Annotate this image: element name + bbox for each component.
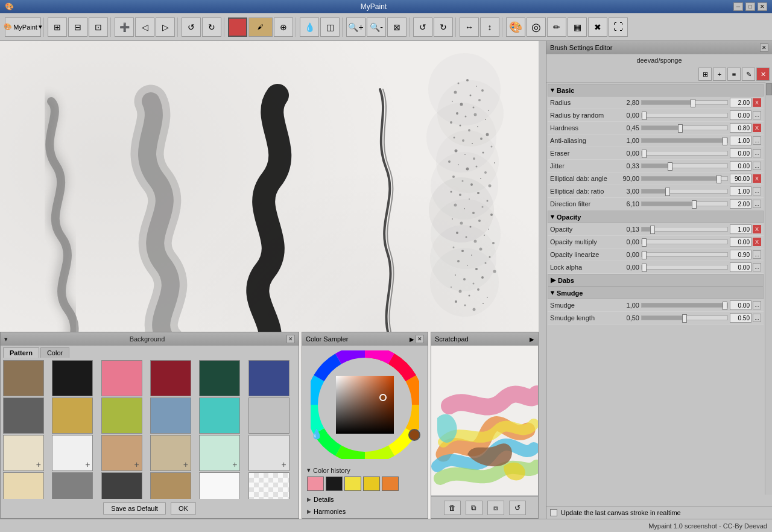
save-button[interactable]: ▷ bbox=[156, 17, 175, 37]
history-swatch-4[interactable] bbox=[363, 477, 380, 491]
new-button[interactable]: ➕ bbox=[115, 17, 134, 37]
bg-swatch-11[interactable] bbox=[199, 397, 240, 434]
harmonies-toggle[interactable]: ▶ Harmonies bbox=[302, 505, 428, 518]
tab-color[interactable]: Color bbox=[40, 347, 69, 358]
smudge-slider[interactable] bbox=[641, 303, 728, 308]
new-window-button[interactable]: ⊞ bbox=[48, 17, 67, 37]
cs-panel-close-button[interactable]: ✕ bbox=[416, 335, 424, 343]
color-history-toggle[interactable]: ▾ Color history bbox=[307, 466, 423, 474]
antialiasing-dots[interactable]: … bbox=[753, 136, 761, 145]
bg-swatch-17[interactable]: + bbox=[199, 435, 240, 471]
radius-input[interactable] bbox=[730, 98, 751, 107]
radius-x-button[interactable]: X bbox=[753, 98, 761, 107]
bs-add-button[interactable]: + bbox=[713, 68, 726, 81]
brush-preview[interactable]: 🖌 bbox=[248, 17, 273, 37]
section-basic-header[interactable]: ▾ Basic bbox=[548, 84, 764, 97]
opacity-multiply-slider[interactable] bbox=[641, 239, 728, 244]
history-swatch-1[interactable] bbox=[307, 477, 324, 491]
elliptical-angle-input[interactable] bbox=[730, 174, 751, 183]
sp-clear-button[interactable]: 🗑 bbox=[444, 501, 461, 515]
bg-swatch-22[interactable] bbox=[150, 472, 191, 502]
bg-swatch-19[interactable] bbox=[3, 472, 44, 502]
bg-swatch-20[interactable] bbox=[52, 472, 93, 502]
bs-close-button[interactable]: ✕ bbox=[756, 68, 770, 81]
opacity-linearize-handle[interactable] bbox=[642, 251, 647, 259]
opacity-multiply-x-button[interactable]: X bbox=[753, 238, 761, 246]
hardness-x-button[interactable]: X bbox=[753, 124, 761, 132]
section-smudge-header[interactable]: ▾ Smudge bbox=[548, 287, 764, 299]
eraser-dots[interactable]: … bbox=[753, 149, 761, 157]
toggle-view-button[interactable]: ⊡ bbox=[89, 17, 108, 37]
elliptical-angle-handle[interactable] bbox=[717, 175, 721, 183]
bg-swatch-1[interactable] bbox=[3, 360, 44, 396]
elliptical-ratio-slider[interactable] bbox=[641, 189, 728, 194]
bg-swatch-15[interactable]: + bbox=[101, 435, 142, 471]
bs-grid-view-button[interactable]: ⊞ bbox=[698, 68, 712, 81]
bg-swatch-3[interactable] bbox=[101, 360, 142, 396]
bg-swatch-5[interactable] bbox=[199, 360, 240, 396]
antialiasing-handle[interactable] bbox=[723, 137, 727, 145]
smudge-dots[interactable]: … bbox=[753, 301, 761, 309]
bg-swatch-6[interactable] bbox=[248, 360, 290, 396]
radius-handle[interactable] bbox=[691, 99, 695, 107]
opacity-linearize-input[interactable] bbox=[730, 250, 751, 259]
history-swatch-2[interactable] bbox=[326, 477, 343, 491]
zoom-in-button[interactable]: 🔍+ bbox=[346, 17, 365, 37]
radius-random-input[interactable] bbox=[730, 110, 751, 120]
radius-random-dots[interactable]: … bbox=[753, 111, 761, 119]
bg-swatch-14[interactable]: + bbox=[52, 435, 93, 471]
background-panel-titlebar[interactable]: ▾ Background ✕ bbox=[1, 332, 299, 346]
selected-color-swatch[interactable] bbox=[408, 429, 420, 441]
jitter-handle[interactable] bbox=[668, 162, 672, 171]
close-view-button[interactable]: ✖ bbox=[588, 17, 607, 37]
color-picker-button[interactable]: 💧 bbox=[300, 17, 319, 37]
scratchpad-canvas[interactable] bbox=[431, 346, 538, 495]
radius-random-handle[interactable] bbox=[642, 112, 647, 120]
hardness-handle[interactable] bbox=[678, 124, 683, 133]
elliptical-ratio-input[interactable] bbox=[730, 186, 751, 196]
bg-panel-close-button[interactable]: ✕ bbox=[286, 335, 295, 343]
details-toggle[interactable]: ▶ Details bbox=[302, 493, 428, 505]
bs-eraser-button[interactable]: ✎ bbox=[742, 68, 755, 81]
lock-alpha-dots[interactable]: … bbox=[753, 263, 761, 271]
close-button[interactable]: ✕ bbox=[758, 2, 767, 11]
open-button[interactable]: ◁ bbox=[135, 17, 154, 37]
lock-alpha-slider[interactable] bbox=[641, 265, 728, 270]
jitter-slider[interactable] bbox=[641, 163, 728, 168]
brush-settings-titlebar[interactable]: Brush Settings Editor ✕ bbox=[546, 41, 772, 54]
save-default-button[interactable]: Save as Default bbox=[103, 502, 166, 515]
app-menu-button[interactable]: 🎨 MyPaint ▾ bbox=[5, 17, 41, 37]
eraser-slider[interactable] bbox=[641, 151, 728, 156]
undo-button[interactable]: ↺ bbox=[182, 17, 201, 37]
bg-swatch-4[interactable] bbox=[150, 360, 191, 396]
bg-swatch-9[interactable] bbox=[101, 397, 142, 434]
section-opacity-header[interactable]: ▾ Opacity bbox=[548, 211, 764, 223]
direction-filter-handle[interactable] bbox=[692, 200, 697, 209]
bg-swatch-2[interactable] bbox=[52, 360, 93, 396]
bg-swatch-18[interactable]: + bbox=[248, 435, 290, 471]
opacity-x-button[interactable]: X bbox=[753, 225, 761, 233]
bg-swatch-21[interactable] bbox=[101, 472, 142, 502]
eyedropper-icon[interactable]: 💧 bbox=[311, 428, 323, 440]
zoom-out-button[interactable]: 🔍- bbox=[367, 17, 386, 37]
opacity-slider[interactable] bbox=[641, 227, 728, 232]
opacity-multiply-input[interactable] bbox=[730, 237, 751, 247]
fit-width-button[interactable]: ↔ bbox=[460, 17, 479, 37]
color-wheel-container[interactable] bbox=[311, 350, 419, 459]
scratchpad-titlebar[interactable]: Scratchpad ▶ bbox=[431, 332, 538, 346]
redo-button[interactable]: ↻ bbox=[202, 17, 221, 37]
bg-swatch-7[interactable] bbox=[3, 397, 44, 434]
direction-filter-input[interactable] bbox=[730, 199, 751, 209]
maximize-button[interactable]: □ bbox=[745, 2, 755, 11]
bg-swatch-13[interactable]: + bbox=[3, 435, 44, 471]
fit-height-button[interactable]: ↕ bbox=[480, 17, 499, 37]
elliptical-angle-slider[interactable] bbox=[641, 176, 728, 181]
bg-swatch-10[interactable] bbox=[150, 397, 191, 434]
direction-filter-dots[interactable]: … bbox=[753, 200, 761, 208]
brush-settings-button[interactable]: ✏ bbox=[547, 17, 566, 37]
ok-button[interactable]: OK bbox=[171, 502, 196, 515]
section-dabs-header[interactable]: ▶ Dabs bbox=[548, 274, 764, 287]
duplicate-window-button[interactable]: ⊟ bbox=[68, 17, 87, 37]
hardness-slider[interactable] bbox=[641, 125, 728, 130]
radius-slider[interactable] bbox=[641, 100, 728, 105]
